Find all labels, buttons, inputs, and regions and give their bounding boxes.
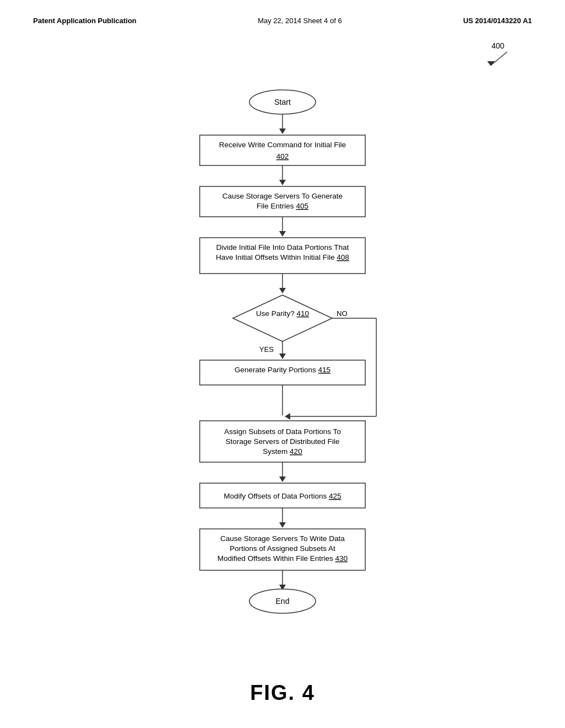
svg-marker-21 bbox=[233, 295, 332, 341]
svg-marker-43 bbox=[279, 522, 286, 528]
header-right: US 2014/0143220 A1 bbox=[463, 17, 532, 25]
page-header: Patent Application Publication May 22, 2… bbox=[0, 0, 565, 30]
svg-marker-5 bbox=[279, 129, 286, 134]
figure-caption: FIG. 4 bbox=[250, 681, 315, 705]
svg-line-0 bbox=[491, 52, 507, 66]
svg-text:Cause Storage Servers To Write: Cause Storage Servers To Write Data bbox=[220, 534, 345, 543]
header-left: Patent Application Publication bbox=[33, 17, 136, 25]
svg-text:System 420: System 420 bbox=[263, 447, 302, 456]
svg-marker-15 bbox=[279, 231, 286, 237]
svg-text:Divide Initial File Into Data : Divide Initial File Into Data Portions T… bbox=[216, 243, 349, 251]
svg-marker-10 bbox=[279, 180, 286, 185]
svg-marker-39 bbox=[279, 477, 286, 482]
svg-marker-20 bbox=[279, 288, 286, 293]
svg-text:Use Parity? 410: Use Parity? 410 bbox=[256, 309, 309, 318]
flowchart: Start Receive Write Command for Initial … bbox=[145, 80, 420, 659]
svg-text:End: End bbox=[276, 597, 290, 606]
svg-text:File Entries 405: File Entries 405 bbox=[257, 202, 308, 210]
figure-arrow bbox=[479, 49, 513, 71]
svg-text:Modify Offsets of Data Portion: Modify Offsets of Data Portions 425 bbox=[224, 492, 342, 500]
svg-rect-6 bbox=[200, 135, 365, 165]
svg-text:Assign Subsets of Data Portion: Assign Subsets of Data Portions To bbox=[224, 427, 340, 436]
svg-text:Portions of Assigned Subsets A: Portions of Assigned Subsets At bbox=[230, 544, 335, 553]
svg-text:Generate Parity Portions 415: Generate Parity Portions 415 bbox=[234, 366, 331, 374]
svg-text:NO: NO bbox=[337, 309, 348, 318]
svg-marker-32 bbox=[285, 413, 290, 420]
svg-marker-26 bbox=[279, 354, 286, 359]
svg-text:Modified Offsets Within File E: Modified Offsets Within File Entries 430 bbox=[217, 554, 348, 563]
header-center: May 22, 2014 Sheet 4 of 6 bbox=[258, 17, 342, 25]
svg-text:Storage Servers of Distributed: Storage Servers of Distributed File bbox=[226, 437, 339, 446]
svg-text:Start: Start bbox=[274, 98, 291, 106]
svg-text:402: 402 bbox=[276, 152, 289, 160]
svg-text:Receive Write Command for Init: Receive Write Command for Initial File bbox=[219, 141, 346, 149]
svg-text:YES: YES bbox=[259, 345, 274, 354]
main-content: 400 Start Receive Write Command for Init… bbox=[0, 30, 565, 705]
svg-text:Have Initial Offsets Within In: Have Initial Offsets Within Initial File… bbox=[216, 253, 349, 261]
svg-text:Cause Storage Servers To Gener: Cause Storage Servers To Generate bbox=[222, 192, 343, 200]
